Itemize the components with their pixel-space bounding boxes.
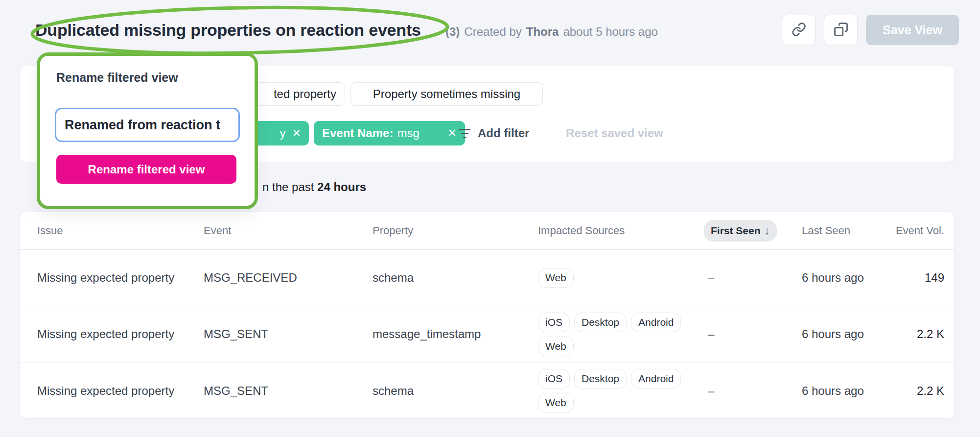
issues-summary-text: n the past 24 hours <box>262 180 366 194</box>
duplicate-view-button[interactable] <box>824 15 858 45</box>
source-pill: Web <box>538 393 574 413</box>
close-icon[interactable]: ✕ <box>292 128 301 139</box>
property-cell: message_timestamp <box>373 327 538 341</box>
column-header-issue: Issue <box>37 224 204 237</box>
summary-fragment: n the past <box>262 180 317 194</box>
filter-pill-key: Event Name: <box>322 126 393 140</box>
summary-timeframe: 24 hours <box>317 180 366 194</box>
annotation-box: Rename filtered view Rename filtered vie… <box>37 52 258 209</box>
issues-table: Issue Event Property Impacted Sources Fi… <box>20 212 955 419</box>
rename-filtered-view-button[interactable]: Rename filtered view <box>56 155 236 184</box>
first-seen-cell: – <box>704 327 802 341</box>
issue-cell: Missing expected property <box>37 327 204 341</box>
created-time: about 5 hours ago <box>563 25 658 39</box>
property-cell: schema <box>373 384 538 398</box>
link-icon <box>792 22 806 38</box>
last-seen-cell: 6 hours ago <box>802 384 895 398</box>
sources-cell: iOSDesktopAndroidWeb <box>538 369 704 413</box>
copy-link-button[interactable] <box>782 15 816 45</box>
event-cell: MSG_RECEIVED <box>204 271 373 285</box>
last-seen-cell: 6 hours ago <box>802 327 895 341</box>
source-pill: Android <box>631 369 681 388</box>
event-cell: MSG_SENT <box>204 327 373 341</box>
source-pill-list: iOSDesktopAndroidWeb <box>538 369 695 413</box>
event-volume-cell: 149 <box>895 271 944 285</box>
source-pill: iOS <box>538 369 570 388</box>
sources-cell: Web <box>538 268 704 288</box>
last-seen-cell: 6 hours ago <box>802 271 895 285</box>
rename-popover: Rename filtered view Rename filtered vie… <box>40 56 255 206</box>
reset-saved-view-button[interactable]: Reset saved view <box>566 121 663 146</box>
copy-icon <box>834 22 848 38</box>
filter-pill-value: msg <box>397 126 419 140</box>
column-header-event: Event <box>204 224 373 237</box>
source-pill: Desktop <box>574 313 627 332</box>
header-actions: Save View <box>782 15 959 45</box>
table-row[interactable]: Missing expected propertyMSG_SENTschemai… <box>20 363 954 419</box>
column-header-impacted-sources: Impacted Sources <box>538 224 704 237</box>
add-filter-label: Add filter <box>478 126 529 140</box>
source-pill: Desktop <box>574 369 627 388</box>
issues-view-screen: Duplicated missing properties on reactio… <box>0 0 980 437</box>
active-filter-pill-event-name[interactable]: Event Name: msg ✕ <box>314 121 465 146</box>
source-pill-list: iOSDesktopAndroidWeb <box>538 313 695 356</box>
sort-descending-arrow-icon: ↓ <box>765 224 770 237</box>
issue-type-chip[interactable]: Property sometimes missing <box>350 82 543 106</box>
filter-pill-label: y <box>280 126 286 140</box>
first-seen-cell: – <box>704 384 802 398</box>
page-title: Duplicated missing properties on reactio… <box>35 21 421 40</box>
source-pill: Android <box>631 313 681 332</box>
popover-title: Rename filtered view <box>56 71 178 85</box>
table-header-row: Issue Event Property Impacted Sources Fi… <box>20 212 954 250</box>
source-pill: Web <box>538 268 574 288</box>
event-volume-cell: 2.2 K <box>895 327 944 341</box>
event-volume-cell: 2.2 K <box>895 384 944 398</box>
save-view-button[interactable]: Save View <box>866 15 959 45</box>
table-row[interactable]: Missing expected propertyMSG_RECEIVEDsch… <box>20 250 954 306</box>
source-pill-list: Web <box>538 268 695 288</box>
property-cell: schema <box>373 271 538 285</box>
column-header-first-seen-sort[interactable]: First Seen ↓ <box>704 220 777 242</box>
created-by-label: Created by <box>464 25 521 39</box>
filter-lines-icon <box>458 129 471 138</box>
column-header-last-seen: Last Seen <box>802 224 895 237</box>
issue-count: (3) <box>445 25 460 39</box>
event-cell: MSG_SENT <box>204 384 373 398</box>
source-pill: Web <box>538 337 574 356</box>
add-filter-button[interactable]: Add filter <box>458 121 529 146</box>
view-name-input[interactable] <box>55 108 240 142</box>
source-pill: iOS <box>538 313 570 332</box>
issue-cell: Missing expected property <box>37 384 204 398</box>
column-header-property: Property <box>373 224 538 237</box>
first-seen-label: First Seen <box>711 225 761 237</box>
table-body: Missing expected propertyMSG_RECEIVEDsch… <box>20 250 954 419</box>
table-row[interactable]: Missing expected propertyMSG_SENTmessage… <box>20 306 954 363</box>
author-name: Thora <box>526 25 559 39</box>
title-meta: (3) Created by Thora about 5 hours ago <box>445 25 658 39</box>
issue-cell: Missing expected property <box>37 271 204 285</box>
first-seen-cell: – <box>704 271 802 285</box>
close-icon[interactable]: ✕ <box>448 128 457 139</box>
column-header-event-vol: Event Vol. <box>895 224 944 237</box>
sources-cell: iOSDesktopAndroidWeb <box>538 313 704 356</box>
